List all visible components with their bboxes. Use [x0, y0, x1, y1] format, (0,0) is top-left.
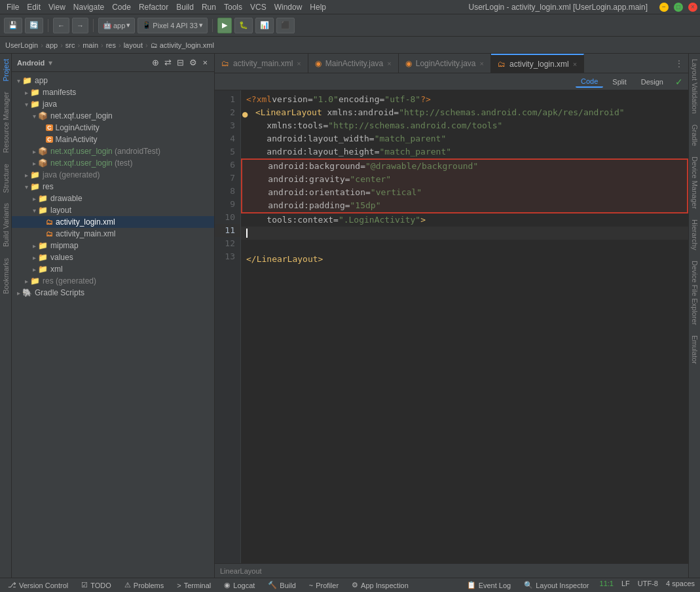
sidebar-item-hierarchy[interactable]: Hierarchy: [689, 214, 700, 255]
code-line-5[interactable]: android:layout_height="match_parent": [241, 145, 688, 158]
tab-activity-main[interactable]: 🗂 activity_main.xml ×: [215, 54, 308, 73]
sidebar-item-project[interactable]: Project: [1, 54, 11, 86]
menu-navigate[interactable]: Navigate: [69, 1, 108, 13]
menu-help[interactable]: Help: [306, 1, 330, 13]
logcat-button[interactable]: ◉ Logcat: [221, 580, 257, 591]
code-line-7[interactable]: android:gravity="center": [242, 173, 687, 186]
code-view-button[interactable]: Code: [576, 76, 603, 88]
menu-build[interactable]: Build: [172, 1, 198, 13]
code-line-10[interactable]: tools:context=".LoginActivity">: [241, 213, 688, 227]
menu-refactor[interactable]: Refactor: [135, 1, 172, 13]
code-line-1[interactable]: <?xml version="1.0" encoding="utf-8"?>: [241, 93, 688, 106]
tab-close[interactable]: ×: [387, 60, 391, 67]
tree-item-drawable[interactable]: 📁 drawable: [12, 193, 214, 204]
sidebar-item-device-manager[interactable]: Device Manager: [689, 151, 700, 214]
breadcrumb-app[interactable]: app: [46, 41, 58, 49]
tree-item-layout[interactable]: 📁 layout: [12, 204, 214, 216]
breadcrumb-userlogin[interactable]: UserLogin: [5, 41, 38, 49]
build-button[interactable]: 🔨 Build: [265, 580, 298, 591]
profiler-button[interactable]: ~ Profiler: [306, 580, 341, 591]
layout-inspector-button[interactable]: 🔍 Layout Inspector: [521, 580, 591, 591]
breadcrumb-src[interactable]: src: [65, 41, 75, 49]
tab-close[interactable]: ×: [297, 60, 301, 67]
close-button[interactable]: ×: [688, 3, 697, 12]
code-line-6[interactable]: android:background="@drawable/background…: [242, 160, 687, 173]
back-button[interactable]: ←: [53, 18, 69, 33]
tree-item-loginactivity[interactable]: C LoginActivity: [12, 122, 214, 134]
sidebar-item-gradle[interactable]: Gradle: [689, 119, 700, 151]
menu-vcs[interactable]: VCS: [246, 1, 270, 13]
sidebar-item-build-variants[interactable]: Build Variants: [1, 198, 11, 252]
collapse-icon[interactable]: ⊟: [175, 56, 185, 69]
version-control-button[interactable]: ⎇ Version Control: [5, 580, 71, 591]
forward-button[interactable]: →: [72, 18, 88, 33]
android-dropdown-arrow[interactable]: ▾: [48, 58, 52, 67]
breadcrumb-file[interactable]: 🗂 activity_login.xml: [151, 41, 214, 49]
tab-close[interactable]: ×: [573, 60, 577, 68]
menu-window[interactable]: Window: [270, 1, 306, 13]
sidebar-item-layout-validation[interactable]: Layout Validation: [689, 54, 700, 119]
tree-item-package[interactable]: 📦 net.xqf.user_login: [12, 110, 214, 122]
tree-item-test[interactable]: 📦 net.xqf.user_login (test): [12, 157, 214, 169]
tree-item-mainactivity[interactable]: C MainActivity: [12, 134, 214, 145]
code-line-8[interactable]: android:orientation="vertical": [242, 186, 687, 199]
stop-button[interactable]: ⬛: [276, 18, 295, 33]
run-button[interactable]: ▶: [217, 18, 232, 33]
app-inspection-button[interactable]: ⚙ App Inspection: [349, 580, 411, 591]
profile-button[interactable]: 📊: [255, 18, 274, 33]
code-line-12[interactable]: [241, 240, 688, 253]
breadcrumb-res[interactable]: res: [106, 41, 116, 49]
tab-close[interactable]: ×: [480, 60, 484, 67]
sidebar-item-structure[interactable]: Structure: [1, 158, 11, 198]
breadcrumb-main[interactable]: main: [83, 41, 98, 49]
tree-item-manifests[interactable]: 📁 manifests: [12, 86, 214, 98]
tab-overflow[interactable]: ⋮: [670, 59, 688, 68]
problems-button[interactable]: ⚠ Problems: [122, 580, 166, 591]
app-dropdown[interactable]: 🤖 app ▾: [98, 18, 135, 33]
tab-activity-login[interactable]: 🗂 activity_login.xml ×: [491, 54, 584, 73]
tree-item-java[interactable]: 📁 java: [12, 98, 214, 110]
todo-button[interactable]: ☑ TODO: [79, 580, 114, 591]
sidebar-item-resource-manager[interactable]: Resource Manager: [1, 86, 11, 158]
menu-run[interactable]: Run: [198, 1, 220, 13]
maximize-button[interactable]: □: [674, 3, 683, 12]
tree-item-app[interactable]: 📁 app: [12, 75, 214, 86]
code-line-4[interactable]: android:layout_width="match_parent": [241, 132, 688, 145]
sync-button[interactable]: 🔄: [25, 18, 43, 33]
close-panel-icon[interactable]: ×: [201, 56, 209, 69]
tree-item-gradle-scripts[interactable]: 🐘 Gradle Scripts: [12, 287, 214, 299]
tree-item-androidtest[interactable]: 📦 net.xqf.user_login (androidTest): [12, 145, 214, 157]
code-line-9[interactable]: android:padding="15dp": [242, 199, 687, 212]
settings-icon[interactable]: ⚙: [188, 56, 198, 69]
breadcrumb-layout[interactable]: layout: [124, 41, 143, 49]
design-view-button[interactable]: Design: [636, 77, 669, 87]
tree-item-activity-login[interactable]: 🗂 activity_login.xml: [12, 216, 214, 228]
add-icon[interactable]: ⊕: [151, 56, 160, 69]
save-button[interactable]: 💾: [4, 18, 22, 33]
code-line-13[interactable]: </LinearLayout>: [241, 253, 688, 266]
tab-loginactivity[interactable]: ◉ LoginActivity.java ×: [399, 54, 491, 73]
code-line-3[interactable]: xmlns:tools="http://schemas.android.com/…: [241, 119, 688, 132]
sync-tree-icon[interactable]: ⇄: [163, 56, 173, 69]
tree-item-xml[interactable]: 📁 xml: [12, 263, 214, 275]
sidebar-item-bookmarks[interactable]: Bookmarks: [1, 253, 11, 299]
menu-code[interactable]: Code: [108, 1, 135, 13]
tab-mainactivity[interactable]: ◉ MainActivity.java ×: [308, 54, 399, 73]
code-content[interactable]: <?xml version="1.0" encoding="utf-8"?> ●…: [241, 90, 688, 563]
menu-file[interactable]: File: [3, 1, 23, 13]
menu-view[interactable]: View: [45, 1, 69, 13]
tree-item-res-generated[interactable]: 📁 res (generated): [12, 275, 214, 287]
sidebar-item-emulator[interactable]: Emulator: [689, 330, 700, 369]
tree-item-mipmap[interactable]: 📁 mipmap: [12, 240, 214, 251]
code-line-11[interactable]: [241, 227, 688, 240]
tree-item-java-generated[interactable]: 📁 java (generated): [12, 169, 214, 181]
device-dropdown[interactable]: 📱 Pixel 4 API 33 ▾: [138, 18, 208, 33]
code-line-2[interactable]: ● <LinearLayout xmlns:android="http://sc…: [241, 106, 688, 119]
tree-item-values[interactable]: 📁 values: [12, 251, 214, 263]
menu-tools[interactable]: Tools: [220, 1, 246, 13]
tree-item-activity-main[interactable]: 🗂 activity_main.xml: [12, 228, 214, 240]
event-log-button[interactable]: 📋 Event Log: [464, 580, 514, 591]
tree-item-res[interactable]: 📁 res: [12, 181, 214, 193]
minimize-button[interactable]: −: [659, 3, 669, 12]
split-view-button[interactable]: Split: [607, 77, 631, 87]
